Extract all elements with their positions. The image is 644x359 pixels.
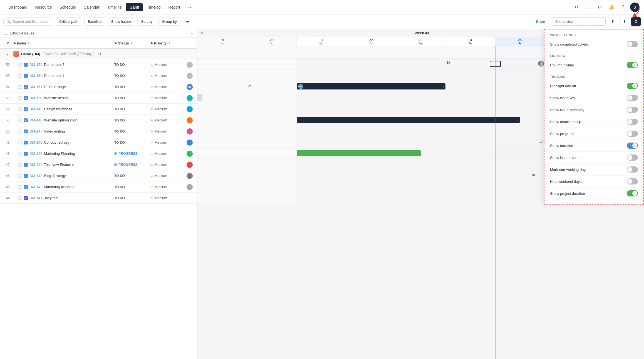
fullscreen-icon[interactable]: ⛶ — [583, 3, 593, 12]
row-checkbox[interactable] — [24, 96, 28, 100]
collapse-arrows-button[interactable]: » — [191, 31, 193, 35]
table-row[interactable]: 54 DM-151 SEO off-page TO DO ≡Medium ML — [0, 81, 197, 93]
row-radio[interactable] — [18, 174, 22, 178]
row-avatar — [187, 73, 195, 79]
vs-setting-toggle-2[interactable] — [627, 107, 638, 113]
priority-filter-icon[interactable]: ▼ — [168, 41, 171, 45]
row-radio[interactable] — [18, 129, 22, 133]
table-row[interactable]: 45 DM-142 Marketing planning TO DO ≡Medi… — [0, 181, 197, 193]
priority-col-label: Priority — [154, 41, 167, 45]
vs-setting-toggle-9[interactable]: ✓ — [627, 190, 638, 196]
row-issue: DM-147 Video editing — [13, 129, 114, 133]
row-status: TO DO — [114, 196, 150, 200]
table-row[interactable]: 53 DM-150 Website design TO DO ≡Medium — [0, 93, 197, 104]
notification-icon[interactable]: 🔔 — [607, 3, 616, 12]
nav-item-report[interactable]: Report — [165, 3, 184, 11]
issue-key: DM-143 — [29, 174, 42, 178]
vs-setting-toggle-3[interactable] — [627, 119, 638, 125]
vs-setting-toggle-8[interactable] — [627, 178, 638, 185]
nav-more-button[interactable]: ⋯ — [184, 3, 194, 12]
search-filter-input[interactable]: 🔍 Search and filter issue — [3, 18, 53, 26]
status-filter-icon[interactable]: ▼ — [130, 41, 133, 45]
row-radio[interactable] — [18, 196, 22, 200]
table-row[interactable]: 44 DM-141 Joey test TO DO ≡Medium — [0, 193, 197, 204]
gantt-collapse-left[interactable]: « — [201, 31, 203, 35]
gantt-scroll-left-53[interactable]: ‹ — [197, 94, 202, 101]
table-row[interactable]: 50 DM-147 Video editing TO DO ≡Medium — [0, 126, 197, 137]
vs-setting-toggle-0[interactable]: ✓ — [627, 83, 638, 89]
col-header-priority[interactable]: ⇅ Priority ▼ — [150, 41, 187, 45]
table-row[interactable]: 55 DM-153 Demo task 1 TO DO ≡Medium — [0, 70, 197, 81]
row-checkbox[interactable] — [24, 185, 28, 189]
vs-setting-toggle-5[interactable]: ✓ — [627, 143, 638, 149]
vs-setting-toggle-6[interactable] — [627, 154, 638, 161]
row-checkbox[interactable] — [24, 174, 28, 178]
vs-setting-toggle-1[interactable] — [627, 95, 638, 101]
nav-item-gantt[interactable]: Gantt — [126, 3, 143, 11]
nav-item-schedule[interactable]: Schedule — [56, 3, 80, 11]
nav-item-calendar[interactable]: Calendar — [80, 3, 103, 11]
row-checkbox[interactable] — [24, 118, 28, 122]
nav-item-resource[interactable]: Resource — [31, 3, 56, 11]
row-status: TO DO — [114, 63, 150, 67]
table-row[interactable]: 51 DM-148 Website optimization TO DO ≡Me… — [0, 115, 197, 126]
row-checkbox[interactable] — [24, 107, 28, 111]
row-radio[interactable] — [18, 141, 22, 144]
row-radio[interactable] — [18, 152, 22, 156]
vs-setting-toggle-7[interactable] — [627, 166, 638, 173]
select-view-input[interactable] — [552, 18, 606, 26]
group-by-button[interactable]: Group by — [158, 18, 180, 26]
vs-setting-toggle-4[interactable] — [627, 131, 638, 137]
settings-icon[interactable]: ⚙ — [595, 3, 605, 12]
baseline-button[interactable]: Baseline — [84, 18, 105, 26]
row-checkbox[interactable] — [24, 63, 28, 67]
show-issues-button[interactable]: Show Issues — [108, 18, 135, 26]
issue-key: DM-144 — [29, 163, 42, 167]
row-checkbox[interactable] — [24, 74, 28, 78]
row-num: 47 — [2, 163, 13, 167]
row-radio[interactable] — [18, 185, 22, 189]
sort-by-button[interactable]: Sort by — [137, 18, 156, 26]
issue-filter-icon[interactable]: ▼ — [27, 41, 30, 45]
row-radio[interactable] — [18, 74, 22, 78]
row-radio[interactable] — [18, 63, 22, 67]
table-row[interactable]: 47 DM-144 Test New Features IN PROGRESS … — [0, 159, 197, 170]
upload-icon-button[interactable]: ⬆ — [608, 17, 617, 26]
row-checkbox[interactable] — [24, 196, 28, 200]
issue-key: DM-147 — [29, 129, 42, 133]
col-header-status[interactable]: ⇅ Status ▼ — [114, 41, 150, 45]
row-checkbox[interactable] — [24, 85, 28, 89]
table-row[interactable]: 52 DM-149 Design thumbnail TO DO ≡Medium — [0, 104, 197, 115]
vs-show-completed-toggle[interactable] — [627, 41, 638, 47]
row-radio[interactable] — [18, 163, 22, 167]
row-checkbox[interactable] — [24, 152, 28, 156]
table-row[interactable]: 46 DM-143 Blog Strategy TO DO ≡Medium 👤 — [0, 170, 197, 181]
row-radio[interactable] — [18, 118, 22, 122]
row-radio[interactable] — [18, 96, 22, 100]
project-icon — [13, 51, 19, 57]
row-radio[interactable] — [18, 85, 22, 89]
view-settings-icon-button[interactable]: ⚙ — [631, 17, 641, 26]
row-radio[interactable] — [18, 107, 22, 111]
table-row[interactable]: 56 DM-154 Demo task 2 TO DO ≡Medium — [0, 59, 197, 70]
table-row[interactable]: 48 DM-145 Marketing Planning IN PROGRESS… — [0, 148, 197, 159]
table-row[interactable]: 49 DM-146 Conduct survey TO DO ≡Medium — [0, 137, 197, 148]
project-refresh-icon[interactable]: ↺ — [98, 52, 101, 56]
save-button[interactable]: Save — [531, 18, 549, 26]
nav-item-dashboard[interactable]: Dashboard — [4, 3, 31, 11]
download-icon-button[interactable]: ⬇ — [620, 17, 629, 26]
project-expand-chevron[interactable]: ▾ — [7, 53, 8, 56]
vs-column-divider-toggle[interactable]: ✓ — [627, 62, 638, 68]
critical-path-button[interactable]: Critical path — [56, 18, 82, 26]
help-icon[interactable]: ? — [618, 3, 628, 12]
nav-item-timelog[interactable]: Timelog — [143, 3, 164, 11]
nav-item-timeline[interactable]: Timeline — [103, 3, 126, 11]
col-header-issue[interactable]: ⇅ Issue ▼ — [13, 41, 114, 45]
row-checkbox[interactable] — [24, 163, 28, 167]
refresh-icon[interactable]: ↺ — [572, 3, 581, 12]
gantt-day-21: 21 Mo — [297, 37, 346, 46]
row-checkbox[interactable] — [24, 141, 28, 144]
user-avatar[interactable]: U — [630, 3, 640, 12]
filter-icon-button[interactable]: ☰ — [183, 17, 192, 26]
row-checkbox[interactable] — [24, 129, 28, 133]
